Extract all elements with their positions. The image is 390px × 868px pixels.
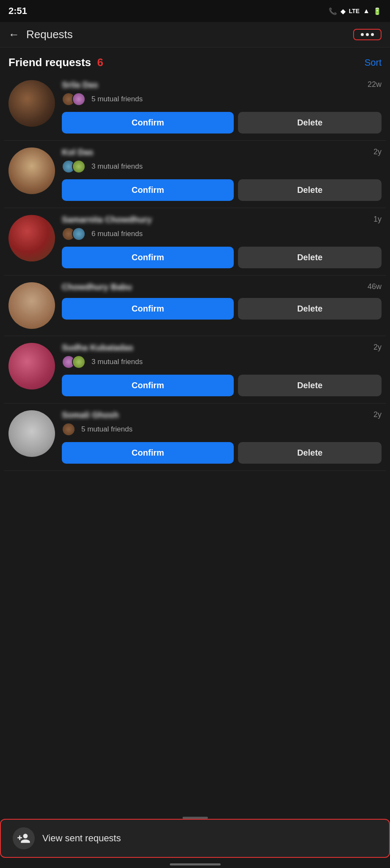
requests-list: Srila Das 22w 5 mutual friends Confirm D…: [0, 73, 390, 471]
confirm-button[interactable]: Confirm: [62, 375, 234, 396]
request-time: 22w: [368, 80, 382, 89]
request-info: Srila Das 22w 5 mutual friends Confirm D…: [62, 80, 382, 134]
mutual-count: 5 mutual friends: [91, 95, 143, 103]
request-row: Samarnita Chowdhury 1y: [62, 215, 382, 225]
action-buttons: Confirm Delete: [62, 375, 382, 396]
action-buttons: Confirm Delete: [62, 442, 382, 464]
sort-button[interactable]: Sort: [365, 57, 382, 68]
battery-icon: 🔋: [373, 7, 382, 15]
mutual-avatar: [72, 355, 86, 369]
mutual-friends: 6 mutual friends: [62, 227, 382, 241]
confirm-button[interactable]: Confirm: [62, 112, 234, 134]
delete-button[interactable]: Delete: [238, 112, 382, 134]
mutual-friends: 5 mutual friends: [62, 92, 382, 106]
mutual-count: 6 mutual friends: [91, 230, 143, 238]
action-buttons: Confirm Delete: [62, 298, 382, 320]
requester-name: Samarnita Chowdhury: [62, 215, 152, 225]
request-row: Kol Das 2y: [62, 147, 382, 157]
list-item: Srila Das 22w 5 mutual friends Confirm D…: [4, 73, 386, 141]
avatar: [8, 80, 55, 127]
mutual-avatars: [62, 423, 72, 436]
mutual-avatar: [72, 92, 86, 106]
mutual-avatar: [72, 227, 86, 241]
status-time: 2:51: [8, 6, 27, 17]
header-left: ← Requests: [8, 28, 73, 41]
mutual-count: 3 mutual friends: [91, 358, 143, 366]
request-info: Sudha Kubatadas 2y 3 mutual friends Conf…: [62, 343, 382, 396]
confirm-button[interactable]: Confirm: [62, 247, 234, 268]
list-item: Chowdhury Babu 46w Confirm Delete: [4, 275, 386, 336]
action-buttons: Confirm Delete: [62, 247, 382, 268]
mutual-friends: 3 mutual friends: [62, 160, 382, 173]
mutual-avatar: [62, 423, 75, 436]
request-info: Kol Das 2y 3 mutual friends Confirm Dele…: [62, 147, 382, 201]
mutual-avatars: [62, 92, 82, 106]
avatar: [8, 410, 55, 457]
request-info: Samarnita Chowdhury 1y 6 mutual friends …: [62, 215, 382, 268]
request-row: Srila Das 22w: [62, 80, 382, 90]
request-info: Chowdhury Babu 46w Confirm Delete: [62, 282, 382, 320]
request-time: 2y: [373, 147, 382, 156]
more-options-button[interactable]: [353, 29, 382, 40]
call-icon: 📞: [329, 7, 337, 15]
delete-button[interactable]: Delete: [238, 247, 382, 268]
request-time: 46w: [368, 282, 382, 291]
lte-icon: LTE: [349, 8, 360, 14]
page-title: Requests: [26, 28, 73, 41]
action-buttons: Confirm Delete: [62, 112, 382, 134]
view-sent-label: View sent requests: [42, 833, 121, 844]
requests-count: 6: [97, 56, 103, 69]
action-buttons: Confirm Delete: [62, 179, 382, 201]
section-header: Friend requests 6 Sort: [0, 47, 390, 73]
requester-name: Somali Ghosh: [62, 410, 119, 420]
request-row: Chowdhury Babu 46w: [62, 282, 382, 292]
section-title-container: Friend requests 6: [8, 56, 103, 69]
request-time: 2y: [373, 410, 382, 419]
requester-name: Srila Das: [62, 80, 98, 90]
more-options-icon: [361, 33, 374, 36]
delete-button[interactable]: Delete: [238, 179, 382, 201]
avatar: [8, 282, 55, 329]
request-time: 2y: [373, 343, 382, 352]
confirm-button[interactable]: Confirm: [62, 298, 234, 320]
list-item: Samarnita Chowdhury 1y 6 mutual friends …: [4, 208, 386, 275]
avatar: [8, 343, 55, 389]
status-icons: 📞 ◆ LTE ▲ 🔋: [329, 7, 382, 15]
mutual-avatars: [62, 160, 82, 173]
avatar: [8, 215, 55, 262]
mutual-avatar: [72, 160, 86, 173]
delete-button[interactable]: Delete: [238, 442, 382, 464]
mutual-avatars: [62, 355, 82, 369]
delete-button[interactable]: Delete: [238, 298, 382, 320]
wifi-icon: ◆: [340, 7, 346, 15]
header: ← Requests: [0, 22, 390, 47]
mutual-avatars: [62, 227, 82, 241]
mutual-friends: 5 mutual friends: [62, 423, 382, 436]
list-item: Sudha Kubatadas 2y 3 mutual friends Conf…: [4, 336, 386, 403]
requester-name: Sudha Kubatadas: [62, 343, 133, 353]
requester-name: Chowdhury Babu: [62, 282, 132, 292]
request-info: Somali Ghosh 2y 5 mutual friends Confirm…: [62, 410, 382, 464]
request-row: Sudha Kubatadas 2y: [62, 343, 382, 353]
list-item: Kol Das 2y 3 mutual friends Confirm Dele…: [4, 141, 386, 208]
avatar: [8, 147, 55, 194]
mutual-count: 3 mutual friends: [91, 162, 143, 171]
request-row: Somali Ghosh 2y: [62, 410, 382, 420]
section-title: Friend requests: [8, 56, 91, 69]
list-item: Somali Ghosh 2y 5 mutual friends Confirm…: [4, 403, 386, 471]
delete-button[interactable]: Delete: [238, 375, 382, 396]
requester-name: Kol Das: [62, 147, 93, 157]
view-sent-requests-button[interactable]: View sent requests: [0, 819, 390, 858]
confirm-button[interactable]: Confirm: [62, 179, 234, 201]
home-indicator: [170, 863, 221, 865]
status-bar: 2:51 📞 ◆ LTE ▲ 🔋: [0, 0, 390, 22]
signal-icon: ▲: [363, 7, 370, 15]
person-add-icon: [13, 827, 35, 849]
back-button[interactable]: ←: [8, 28, 19, 41]
mutual-count: 5 mutual friends: [81, 425, 133, 434]
request-time: 1y: [373, 215, 382, 224]
confirm-button[interactable]: Confirm: [62, 442, 234, 464]
mutual-friends: 3 mutual friends: [62, 355, 382, 369]
